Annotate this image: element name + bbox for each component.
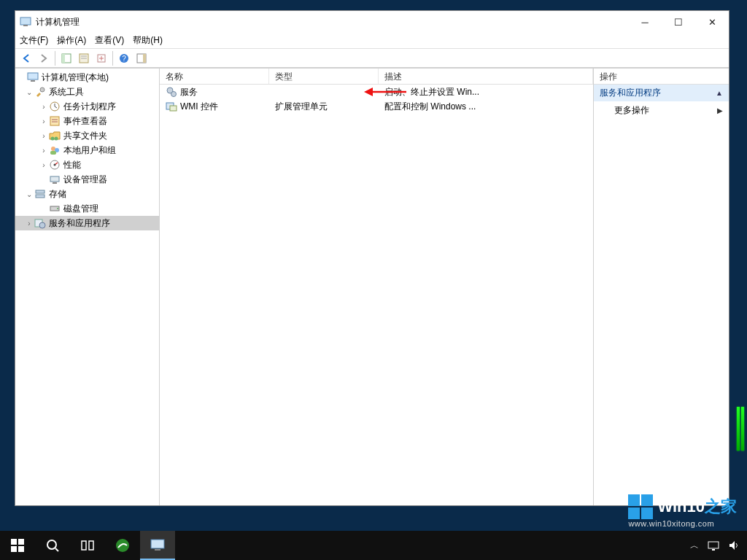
- expander-icon[interactable]: ⌄: [24, 190, 34, 198]
- expander-icon[interactable]: ›: [39, 103, 49, 111]
- start-button[interactable]: [0, 531, 35, 560]
- list-header[interactable]: 名称 类型 描述: [160, 69, 593, 85]
- svg-rect-27: [53, 182, 57, 184]
- menubar: 文件(F) 操作(A) 查看(V) 帮助(H): [15, 33, 729, 49]
- submenu-arrow-icon: ▶: [717, 106, 723, 114]
- tree-local-users[interactable]: › 本地用户和组: [15, 143, 159, 158]
- svg-rect-0: [20, 18, 31, 25]
- wmi-icon: [166, 101, 177, 112]
- show-hide-tree-button[interactable]: [58, 50, 74, 66]
- tray-network-icon[interactable]: [708, 540, 719, 551]
- windows-logo-icon: [628, 494, 653, 519]
- tray-overflow-icon[interactable]: ︿: [690, 540, 699, 552]
- collapse-icon[interactable]: ▲: [716, 89, 723, 97]
- svg-rect-47: [89, 541, 93, 550]
- forward-button[interactable]: [36, 50, 52, 66]
- svg-rect-42: [11, 546, 17, 552]
- maximize-button[interactable]: ☐: [662, 11, 695, 33]
- tree-performance[interactable]: › 性能: [15, 158, 159, 172]
- tree-task-scheduler[interactable]: › 任务计划程序: [15, 99, 159, 114]
- task-view-button[interactable]: [70, 531, 105, 560]
- help-button[interactable]: ?: [116, 50, 132, 66]
- svg-rect-23: [50, 151, 56, 155]
- tree-system-tools[interactable]: ⌄ 系统工具: [15, 85, 159, 99]
- tree-root[interactable]: 计算机管理(本地): [15, 70, 159, 85]
- svg-point-25: [54, 164, 56, 166]
- menu-action[interactable]: 操作(A): [57, 34, 86, 47]
- action-more[interactable]: 更多操作 ▶: [594, 101, 729, 120]
- properties-button[interactable]: [76, 50, 92, 66]
- svg-point-48: [116, 539, 129, 552]
- app-icon: [20, 16, 31, 28]
- expander-icon[interactable]: ›: [39, 161, 49, 169]
- system-tray[interactable]: ︿: [690, 540, 747, 552]
- annotation-arrow-icon: [364, 85, 408, 99]
- svg-rect-16: [50, 117, 59, 125]
- svg-rect-43: [18, 546, 24, 552]
- svg-rect-50: [155, 549, 160, 551]
- performance-icon: [49, 159, 61, 171]
- svg-rect-13: [31, 80, 35, 82]
- tree-services-apps[interactable]: › 服务和应用程序: [15, 216, 159, 230]
- svg-rect-3: [62, 54, 65, 63]
- expander-icon[interactable]: ⌄: [24, 88, 34, 96]
- taskbar[interactable]: ︿: [0, 531, 747, 560]
- tree-pane[interactable]: 计算机管理(本地) ⌄ 系统工具 › 任务计划程序 › 事件查看器 › 共享文件…: [15, 69, 160, 505]
- svg-point-44: [47, 540, 56, 549]
- taskbar-compmgmt[interactable]: [140, 531, 175, 560]
- svg-rect-39: [170, 106, 177, 111]
- col-header-name[interactable]: 名称: [160, 69, 269, 84]
- event-icon: [49, 115, 61, 127]
- svg-rect-49: [151, 540, 164, 548]
- svg-rect-51: [708, 542, 719, 548]
- col-header-desc[interactable]: 描述: [379, 69, 593, 84]
- shared-folder-icon: [49, 130, 61, 141]
- svg-point-35: [171, 92, 177, 97]
- search-button[interactable]: [35, 531, 70, 560]
- svg-point-33: [39, 222, 45, 228]
- tree-shared-folders[interactable]: › 共享文件夹: [15, 128, 159, 143]
- back-button[interactable]: [18, 50, 34, 66]
- expander-icon[interactable]: ›: [39, 147, 49, 155]
- svg-rect-12: [28, 73, 38, 79]
- tree-storage[interactable]: ⌄ 存储: [15, 187, 159, 201]
- col-header-type[interactable]: 类型: [269, 69, 379, 84]
- expander-icon[interactable]: ›: [24, 219, 34, 228]
- action-header: 操作: [594, 69, 729, 85]
- list-pane: 名称 类型 描述 服务 启动、终止并设置 Win... WMI 控件 扩展管理单…: [160, 69, 594, 505]
- show-action-pane-button[interactable]: [133, 50, 150, 66]
- services-apps-icon: [34, 217, 46, 229]
- svg-rect-1: [23, 25, 28, 26]
- svg-rect-52: [712, 549, 715, 551]
- svg-rect-26: [50, 176, 59, 182]
- tree-disk-management[interactable]: 磁盘管理: [15, 201, 159, 216]
- toolbar: ?: [15, 49, 729, 68]
- action-pane: 操作 服务和应用程序 ▲ 更多操作 ▶: [594, 69, 729, 505]
- menu-help[interactable]: 帮助(H): [133, 34, 163, 47]
- svg-rect-11: [143, 54, 146, 63]
- expander-icon[interactable]: ›: [39, 132, 49, 140]
- minimize-button[interactable]: ─: [628, 11, 662, 33]
- svg-rect-29: [36, 195, 44, 198]
- clock-icon: [49, 101, 61, 112]
- disk-icon: [49, 203, 61, 214]
- svg-rect-46: [82, 541, 86, 550]
- list-row-wmi[interactable]: WMI 控件 扩展管理单元 配置和控制 Windows ...: [160, 99, 593, 114]
- taskbar-edge[interactable]: [105, 531, 140, 560]
- tree-device-manager[interactable]: 设备管理器: [15, 172, 159, 187]
- export-button[interactable]: [93, 50, 109, 66]
- close-button[interactable]: ✕: [695, 11, 729, 33]
- action-section[interactable]: 服务和应用程序 ▲: [594, 85, 729, 101]
- menu-file[interactable]: 文件(F): [20, 34, 48, 47]
- watermark: Win10之家 www.win10xitong.com: [628, 494, 737, 528]
- titlebar[interactable]: 计算机管理 ─ ☐ ✕: [15, 11, 729, 33]
- menu-view[interactable]: 查看(V): [95, 34, 124, 47]
- tree-event-viewer[interactable]: › 事件查看器: [15, 114, 159, 128]
- tray-volume-icon[interactable]: [728, 540, 740, 551]
- svg-rect-41: [18, 539, 24, 545]
- list-row-services[interactable]: 服务 启动、终止并设置 Win...: [160, 85, 593, 99]
- tools-icon: [34, 86, 46, 98]
- expander-icon[interactable]: ›: [39, 117, 49, 125]
- volume-indicator: [737, 407, 744, 451]
- svg-point-14: [40, 88, 44, 92]
